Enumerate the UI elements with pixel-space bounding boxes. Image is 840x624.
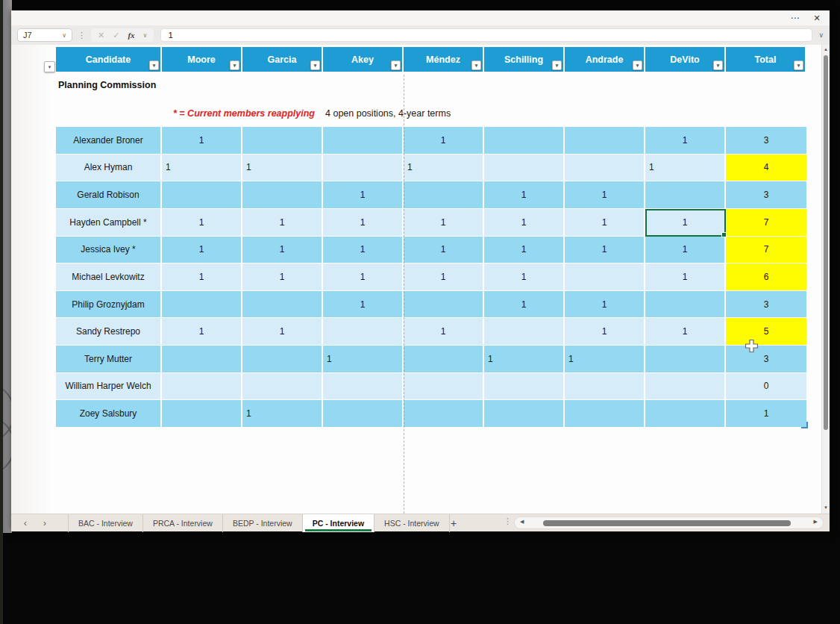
total-cell[interactable]: 0 [726,373,806,400]
vote-cell[interactable]: 1 [645,318,726,345]
vote-cell[interactable] [242,181,323,208]
vote-cell[interactable]: 1 [404,209,484,236]
vote-cell[interactable] [242,291,323,318]
filter-icon[interactable]: ▾ [44,61,55,72]
total-cell[interactable]: 5 [726,318,806,345]
candidate-name-cell[interactable]: Zoey Salsbury [56,400,162,427]
vote-cell[interactable] [323,400,404,427]
filter-icon[interactable]: ▾ [149,60,159,70]
vote-cell[interactable]: 1 [242,237,323,263]
vote-cell[interactable] [404,181,484,208]
column-header[interactable]: Candidate▾ [56,47,160,72]
total-cell[interactable]: 3 [726,346,806,372]
vote-cell[interactable] [645,346,726,372]
vote-cell[interactable]: 1 [645,263,726,290]
name-box[interactable]: J7 ∨ [17,28,72,42]
vote-cell[interactable]: 1 [242,400,323,427]
vote-cell[interactable] [242,127,323,154]
vote-cell[interactable] [162,346,242,372]
vote-cell[interactable] [404,346,484,372]
fill-handle[interactable] [721,232,727,237]
vote-cell[interactable] [162,400,242,427]
vote-cell[interactable]: 1 [484,263,565,290]
vote-cell[interactable]: 1 [645,127,726,154]
sheet-tab[interactable]: PC - Interview [303,514,374,532]
vote-cell[interactable] [323,155,404,181]
tab-scroll-left-icon[interactable]: ‹ [20,514,31,532]
vote-cell[interactable]: 1 [162,263,242,290]
vote-cell[interactable]: 1 [242,155,323,181]
vote-cell[interactable] [484,127,565,154]
scroll-left-icon[interactable]: ◀ [520,519,524,525]
chevron-down-icon[interactable]: ∨ [62,32,66,39]
vote-cell[interactable] [404,373,484,400]
window-more-icon[interactable]: ⋯ [788,12,803,24]
add-sheet-button[interactable]: + [444,514,463,532]
vote-cell[interactable]: 1 [323,237,404,263]
scroll-right-icon[interactable]: ▶ [814,519,818,525]
candidate-name-cell[interactable]: Philip Groznyjdam [56,291,162,318]
vote-cell[interactable] [242,346,323,372]
column-header[interactable]: Andrade▾ [565,47,644,72]
vote-cell[interactable] [645,291,726,318]
scroll-up-icon[interactable]: ▲ [822,47,830,52]
column-header[interactable]: Méndez▾ [404,47,483,72]
vote-cell[interactable]: 1 [404,237,484,263]
scroll-down-icon[interactable]: ▼ [822,505,830,510]
vote-cell[interactable] [645,181,726,208]
vote-cell[interactable]: 1 [565,209,645,236]
vote-cell[interactable]: 1 [565,291,645,318]
filter-icon[interactable]: ▾ [471,60,481,70]
vote-cell[interactable] [242,373,323,400]
formula-input[interactable]: 1 [160,28,812,42]
vote-cell[interactable] [323,373,404,400]
total-cell[interactable]: 3 [726,181,806,208]
candidate-name-cell[interactable]: Terry Mutter [56,346,162,372]
vertical-scrollbar-thumb[interactable] [824,55,828,430]
horizontal-scrollbar[interactable]: ◀ ▶ [514,517,824,529]
vote-cell[interactable] [162,181,242,208]
vote-cell[interactable] [484,155,565,181]
filter-icon[interactable]: ▾ [310,60,320,70]
vote-cell[interactable] [484,400,565,427]
vote-cell[interactable] [565,155,645,181]
vote-cell[interactable]: 1 [242,263,323,290]
insert-function-icon[interactable]: fx [128,31,134,40]
candidate-name-cell[interactable]: William Harper Welch [56,373,162,400]
vote-cell[interactable]: 1 [162,318,242,345]
table-resize-handle[interactable] [801,422,808,428]
vote-cell[interactable] [484,318,565,345]
vote-cell[interactable]: 1 [484,209,565,236]
vote-cell[interactable]: 1 [404,318,484,345]
candidate-name-cell[interactable]: Sandy Restrepo [56,318,162,345]
candidate-name-cell[interactable]: Hayden Campbell * [56,209,162,236]
formula-bar-expand-icon[interactable]: ∨ [818,31,824,39]
vote-cell[interactable] [565,400,645,427]
vote-cell[interactable]: 1 [162,127,242,154]
vote-cell[interactable]: 1 [565,318,645,345]
total-cell[interactable]: 1 [726,400,806,427]
sheet-tab[interactable]: BEDP - Interview [223,514,303,532]
vote-cell[interactable] [565,127,645,154]
total-cell[interactable]: 3 [726,291,806,318]
vote-cell[interactable] [323,127,404,154]
vote-cell[interactable] [323,318,404,345]
total-cell[interactable]: 7 [726,209,806,236]
candidate-name-cell[interactable]: Alex Hyman [56,155,162,181]
vote-cell[interactable]: 1 [162,155,242,181]
vote-cell[interactable] [162,291,242,318]
vote-cell[interactable]: 1 [404,263,484,290]
vote-cell[interactable]: 1 [323,291,404,318]
total-cell[interactable]: 6 [726,263,806,290]
vote-cell[interactable]: 1 [565,237,645,263]
candidate-name-cell[interactable]: Alexander Broner [56,127,162,154]
vote-cell[interactable]: 1 [484,346,565,372]
vote-cell[interactable]: 1 [323,181,404,208]
vote-cell[interactable]: 1 [162,209,242,236]
candidate-name-cell[interactable]: Jessica Ivey * [56,237,162,263]
vote-cell[interactable]: 1 [242,209,323,236]
filter-icon[interactable]: ▾ [794,60,803,70]
column-header[interactable]: Garcia▾ [242,47,322,72]
total-cell[interactable]: 7 [726,237,806,263]
vote-cell[interactable]: 1 [323,346,404,372]
